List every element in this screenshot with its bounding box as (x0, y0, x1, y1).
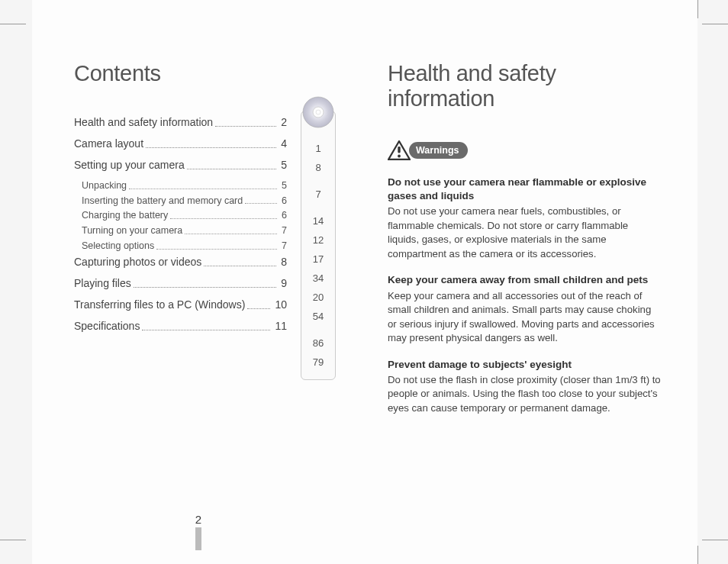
cd-page-number: 54 (301, 307, 335, 326)
warnings-label: Warnings (409, 142, 468, 159)
toc-leader-dots (134, 287, 277, 288)
cd-page-number: 17 (301, 250, 335, 269)
cd-page-reference-box: 1871412173420548679 (301, 111, 336, 380)
toc-entry: Turning on your camera7 (74, 224, 287, 237)
toc-label: Specifications (74, 319, 140, 334)
toc-leader-dots (185, 234, 277, 234)
toc-label: Inserting the battery and memory card (82, 195, 243, 208)
toc-entry: Unpacking5 (74, 179, 287, 192)
toc-page-number: 6 (279, 209, 287, 222)
health-safety-heading: Health and safety information (388, 61, 661, 111)
manual-spread: Contents Health and safety information2C… (32, 0, 697, 564)
toc-entry: Capturing photos or videos8 (74, 255, 287, 269)
table-of-contents: Health and safety information2Camera lay… (74, 115, 301, 380)
cd-page-number: 7 (301, 185, 335, 204)
toc-page-number: 2 (279, 115, 287, 130)
toc-entry: Setting up your camera5 (74, 158, 287, 172)
toc-leader-dots (156, 249, 277, 250)
toc-entry: Inserting the battery and memory card6 (74, 195, 287, 208)
toc-leader-dots (129, 189, 277, 189)
toc-leader-dots (187, 169, 276, 169)
toc-entry: Playing files9 (74, 276, 287, 291)
warning-section-heading: Keep your camera away from small childre… (388, 273, 661, 287)
toc-page-number: 10 (272, 298, 287, 312)
warnings-badge: Warnings (388, 140, 661, 160)
toc-label: Selecting options (82, 240, 154, 253)
toc-entry: Transferring files to a PC (Windows)10 (74, 298, 287, 312)
cd-page-number (301, 204, 335, 211)
warning-sections: Do not use your camera near flammable or… (388, 176, 661, 415)
toc-entry: Camera layout4 (74, 137, 287, 151)
toc-page-number: 5 (279, 179, 287, 192)
cd-page-number: 20 (301, 288, 335, 307)
toc-page-number: 8 (279, 255, 287, 269)
right-page: Health and safety information Warnings D… (365, 0, 697, 564)
toc-leader-dots (247, 308, 270, 309)
warning-section-body: Do not use your camera near fuels, combu… (388, 205, 661, 261)
cd-page-number: 34 (301, 269, 335, 288)
toc-label: Transferring files to a PC (Windows) (74, 298, 245, 312)
warning-section-body: Keep your camera and all accessories out… (388, 289, 661, 346)
toc-entry: Selecting options7 (74, 240, 287, 253)
cd-page-number (301, 326, 335, 334)
toc-page-number: 6 (279, 195, 287, 208)
warning-section-heading: Prevent damage to subjects' eyesight (388, 358, 661, 372)
toc-label: Unpacking (82, 179, 127, 192)
toc-label: Playing files (74, 276, 131, 291)
toc-leader-dots (215, 126, 276, 127)
left-page: Contents Health and safety information2C… (32, 0, 365, 564)
svg-point-4 (398, 155, 401, 158)
svg-rect-3 (398, 147, 400, 153)
cd-page-number: 79 (301, 353, 335, 367)
toc-label: Capturing photos or videos (74, 255, 201, 269)
toc-leader-dots (170, 218, 277, 219)
cd-page-number: 86 (301, 334, 335, 353)
warning-triangle-icon (388, 140, 411, 160)
cd-page-number: 14 (301, 211, 335, 230)
toc-page-number: 7 (279, 224, 287, 237)
toc-page-number: 9 (279, 276, 287, 291)
cd-page-number (301, 177, 335, 185)
cd-page-number: 8 (301, 158, 335, 177)
toc-page-number: 7 (279, 240, 287, 253)
toc-label: Camera layout (74, 137, 143, 151)
svg-point-2 (316, 110, 321, 114)
toc-label: Turning on your camera (82, 224, 182, 237)
page-number: 2 (195, 513, 201, 526)
contents-heading: Contents (74, 61, 336, 86)
toc-page-number: 11 (272, 319, 287, 334)
toc-leader-dots (142, 330, 270, 330)
toc-leader-dots (146, 147, 276, 148)
toc-entry: Health and safety information2 (74, 115, 287, 130)
cd-disc-icon (302, 96, 334, 128)
warning-section-heading: Do not use your camera near flammable or… (388, 176, 661, 203)
cd-page-number: 1 (301, 139, 335, 158)
toc-leader-dots (204, 266, 276, 266)
toc-entry: Specifications11 (74, 319, 287, 334)
page-number-bar (195, 527, 201, 550)
cd-page-number: 12 (301, 230, 335, 250)
toc-leader-dots (245, 203, 277, 204)
toc-entry: Charging the battery6 (74, 209, 287, 222)
warning-section-body: Do not use the flash in close proximity … (388, 373, 661, 415)
toc-label: Setting up your camera (74, 158, 185, 172)
toc-label: Charging the battery (82, 209, 168, 222)
toc-page-number: 4 (279, 137, 287, 151)
toc-page-number: 5 (279, 158, 287, 172)
toc-label: Health and safety information (74, 115, 213, 130)
